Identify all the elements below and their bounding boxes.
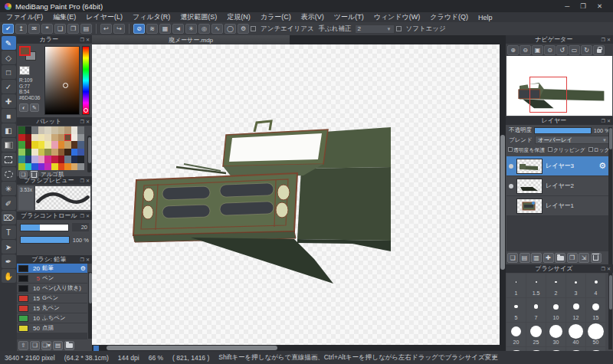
bucket-tool[interactable]: ◧ (2, 123, 16, 137)
palette-swatch[interactable] (18, 156, 25, 163)
snap-radial-button[interactable]: ✳ (185, 24, 197, 34)
palette-swatch[interactable] (25, 126, 32, 134)
palette-swatch[interactable] (51, 141, 58, 149)
brush-size-option[interactable]: 50 (586, 323, 605, 346)
fit-view-button[interactable]: ▣ (532, 45, 543, 55)
brush-size-option[interactable]: 15 (586, 298, 605, 322)
redo-button[interactable]: ↪ (113, 24, 125, 34)
palette-dialog-button[interactable]: ◐ (19, 103, 28, 112)
minimize-button[interactable]: ─ (565, 2, 569, 10)
close-button[interactable]: ✕ (597, 2, 602, 10)
palette-swatch[interactable] (38, 149, 45, 156)
brush-size-option[interactable]: 1.5 (526, 274, 546, 297)
duplicate-layer-button[interactable]: ❐ (567, 253, 578, 263)
brush-size-option[interactable]: 3 (566, 274, 585, 297)
menu-color[interactable]: カラー(C) (261, 12, 291, 22)
palette-swatch[interactable] (31, 156, 38, 163)
palette-swatch[interactable] (77, 134, 84, 142)
eyedropper-tool[interactable]: ✒ (2, 254, 16, 268)
palette-swatch[interactable] (77, 141, 84, 149)
popout-icon[interactable]: ❐ (80, 119, 84, 124)
menu-tool[interactable]: ツール(T) (334, 12, 364, 22)
palette-swatch[interactable] (64, 149, 71, 156)
menu-ruler[interactable]: 定規(N) (227, 12, 251, 22)
close-icon[interactable]: ✕ (607, 118, 611, 123)
menu-layer[interactable]: レイヤー(L) (86, 12, 123, 22)
palette-swatch[interactable] (71, 163, 78, 171)
palette-swatch[interactable] (51, 163, 58, 171)
canvas-corner-button[interactable] (93, 346, 99, 351)
brush-size-option[interactable]: 2 (546, 274, 565, 297)
palette-swatch[interactable] (44, 149, 51, 156)
magic-wand-tool[interactable]: ✳ (2, 182, 16, 195)
brush-list-item[interactable]: 15 丸ペン (17, 303, 87, 313)
palette-swatch[interactable] (38, 163, 45, 171)
visibility-icon[interactable] (509, 164, 513, 169)
snap-vanishing-button[interactable]: ◄ (172, 24, 184, 34)
new-layer-button[interactable]: ❏ (507, 253, 518, 263)
new-page-button[interactable]: ❏ (54, 24, 66, 34)
palette-swatch[interactable] (44, 156, 51, 163)
palette-swatch[interactable] (58, 156, 65, 163)
palette-swatch[interactable] (77, 126, 84, 134)
palette-swatch[interactable] (71, 149, 78, 156)
close-icon[interactable]: ✕ (86, 213, 90, 218)
text-tool[interactable]: T (2, 225, 16, 239)
brush-size-option[interactable]: 4 (586, 274, 605, 297)
hue-picker-circle[interactable] (84, 108, 88, 113)
palette-swatch[interactable] (25, 134, 32, 142)
navigator-view-rect[interactable] (529, 77, 566, 113)
palette-swatch[interactable] (18, 163, 25, 171)
select-eraser-tool[interactable]: ⌦ (2, 211, 16, 225)
palette-swatch[interactable] (44, 141, 51, 149)
brush-size-option[interactable]: 25 (526, 323, 546, 346)
layer-row[interactable]: レイヤー1 (506, 196, 608, 216)
import-brush-button[interactable]: ⇧ (18, 341, 28, 350)
palette-swatch[interactable] (44, 126, 51, 134)
palette-swatch[interactable] (25, 156, 32, 163)
rotate-right-button[interactable]: ↻ (581, 45, 592, 55)
brush-size-option[interactable]: 20 (506, 323, 526, 346)
actual-size-button[interactable]: ⊙ (544, 45, 556, 55)
layer-opacity-slider[interactable] (534, 127, 592, 134)
brush-list-item[interactable]: 5 ペン (17, 274, 87, 284)
canvas-vertical-scrollbar[interactable] (500, 44, 506, 345)
brush-list-item[interactable]: 10 ペン(入り抜き) (17, 284, 87, 293)
move-tool[interactable]: ✚ (2, 94, 16, 108)
palette-swatch[interactable] (71, 126, 78, 134)
palette-scrollbar[interactable] (87, 136, 91, 172)
palette-swatch[interactable] (18, 141, 25, 149)
page-settings-button[interactable]: ❐ (67, 24, 79, 34)
menu-view[interactable]: 表示(V) (301, 12, 324, 22)
protect-alpha-checkbox[interactable]: 透明度を保護 (508, 146, 545, 154)
popout-icon[interactable]: ❐ (602, 266, 605, 271)
palette-swatch[interactable] (71, 156, 78, 163)
snap-curve-button[interactable]: ∿ (211, 24, 223, 34)
palette-swatch[interactable] (38, 141, 45, 149)
hand-tool[interactable]: ✋ (2, 269, 16, 283)
foreground-color-swatch[interactable] (19, 46, 31, 56)
blend-mode-dropdown[interactable]: オーバーレイ ▼ (535, 136, 610, 144)
lock-checkbox[interactable]: ロック (588, 146, 610, 154)
new-8bit-layer-button[interactable]: ▤ (520, 253, 530, 263)
document-tab[interactable]: 廃メーサー.mdp (92, 35, 290, 44)
palette-swatch[interactable] (25, 141, 32, 149)
palette-swatch[interactable] (18, 134, 25, 142)
palette-swatch[interactable] (64, 134, 71, 142)
menu-help[interactable]: Help (478, 14, 493, 21)
horizontal-scroll-thumb[interactable] (107, 346, 277, 350)
palette-swatch[interactable] (38, 156, 45, 163)
menu-window[interactable]: ウィンドウ(W) (374, 12, 421, 22)
brush-size-option[interactable]: 5 (506, 298, 526, 322)
add-layer-menu-button[interactable]: ✚ (543, 253, 554, 263)
layer-row[interactable]: レイヤー2 (506, 176, 608, 196)
layer-folder-button[interactable] (555, 253, 565, 263)
fill-rect-tool[interactable]: ■ (2, 109, 16, 123)
sv-picker-circle[interactable] (63, 83, 68, 88)
close-icon[interactable]: ✕ (86, 37, 90, 42)
add-color-button[interactable]: ✎ (30, 103, 39, 112)
gear-icon[interactable]: ⚙ (598, 161, 606, 171)
palette-swatch[interactable] (31, 163, 38, 171)
gradient-tool[interactable] (2, 138, 16, 152)
layer-row[interactable]: レイヤー3 ⚙ (506, 156, 608, 176)
